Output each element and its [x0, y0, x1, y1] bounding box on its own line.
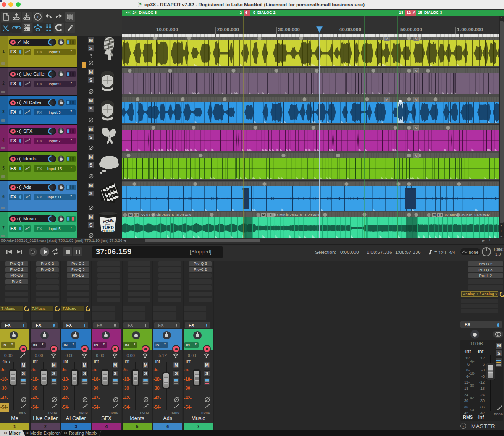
svg-text:M: M	[415, 97, 418, 102]
svg-text:M: M	[433, 213, 436, 217]
svg-text:M: M	[385, 97, 388, 102]
svg-text:FX: FX	[134, 213, 139, 217]
svg-text:M: M	[415, 126, 418, 130]
svg-text:FX: FX	[268, 213, 272, 217]
svg-text:M: M	[415, 154, 418, 158]
svg-text:M: M	[415, 37, 418, 41]
svg-text:M: M	[262, 213, 265, 217]
svg-text:POLISH: POLISH	[102, 229, 114, 233]
svg-text:FX: FX	[438, 213, 443, 217]
svg-text:07-Music-260316_0129.wav: 07-Music-260316_0129.wav	[445, 213, 490, 217]
svg-text:i: i	[37, 14, 38, 19]
svg-text:M: M	[129, 213, 132, 217]
svg-text:07-Music-260316_0129.wav: 07-Music-260316_0129.wav	[274, 213, 320, 217]
svg-text:M: M	[385, 37, 388, 41]
svg-text:M: M	[415, 69, 418, 73]
svg-text:<< 07-Music-260316_0129.wav: << 07-Music-260316_0129.wav	[141, 213, 192, 217]
